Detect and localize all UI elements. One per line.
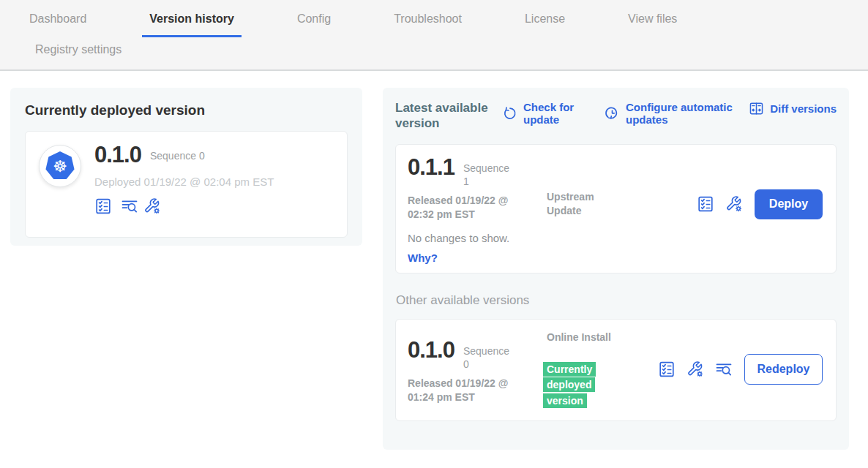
view-config-icon[interactable]: [725, 195, 743, 213]
refresh-icon: [502, 106, 517, 121]
latest-available-panel: Latest available version Check for updat…: [383, 88, 849, 450]
tab-dashboard[interactable]: Dashboard: [22, 12, 94, 37]
latest-released-timestamp: Released 01/19/22 @ 02:32 pm EST: [408, 194, 526, 222]
tab-version-history[interactable]: Version history: [142, 12, 242, 37]
diff-versions-link[interactable]: Diff versions: [749, 101, 837, 116]
preflight-checklist-icon[interactable]: [658, 361, 676, 378]
deploy-button[interactable]: Deploy: [755, 189, 823, 219]
latest-version-actions: Deploy: [697, 189, 823, 219]
redeploy-button[interactable]: Redeploy: [744, 354, 823, 385]
app-nav: Dashboard Version history Config Trouble…: [0, 0, 868, 71]
other-sequence-label: Sequence 0: [463, 344, 512, 371]
other-version-number: 0.1.0: [408, 339, 454, 361]
svg-text:☸: ☸: [53, 157, 67, 176]
other-available-versions-title: Other available versions: [396, 293, 837, 308]
latest-version-source: Upstream Update: [547, 190, 614, 219]
currently-deployed-panel: Currently deployed version ☸ 0.1.0 Seque…: [10, 88, 362, 246]
tab-registry-settings[interactable]: Registry settings: [28, 43, 129, 64]
kubernetes-app-logo-icon: ☸: [39, 145, 81, 187]
deployed-timestamp: Deployed 01/19/22 @ 02:04 pm EST: [94, 176, 274, 188]
currently-deployed-badge: Currently deployed version: [543, 362, 605, 410]
latest-available-title: Latest available version: [395, 100, 502, 132]
no-changes-text: No changes to show.: [408, 232, 824, 244]
currently-deployed-title: Currently deployed version: [25, 102, 348, 118]
latest-version-card: 0.1.1 Sequence 1 Released 01/19/22 @ 02:…: [395, 144, 837, 273]
configure-automatic-updates-label: Configure automatic updates: [626, 101, 743, 127]
latest-version-number: 0.1.1: [408, 156, 454, 178]
tab-config[interactable]: Config: [290, 12, 338, 37]
version-history-page: Currently deployed version ☸ 0.1.0 Seque…: [0, 71, 868, 467]
nav-row-primary: Dashboard Version history Config Trouble…: [0, 0, 868, 37]
current-version-actions: [94, 197, 274, 215]
other-version-source: Online Install: [547, 331, 614, 345]
current-version-info: 0.1.0 Sequence 0 Deployed 01/19/22 @ 02:…: [94, 143, 274, 225]
view-config-icon[interactable]: [686, 361, 704, 378]
view-config-icon[interactable]: [143, 197, 161, 215]
nav-row-secondary: Registry settings: [0, 37, 868, 64]
check-for-update-label: Check for update: [523, 101, 585, 127]
current-version-card: ☸ 0.1.0 Sequence 0 Deployed 01/19/22 @ 0…: [25, 131, 348, 238]
diff-versions-label: Diff versions: [770, 102, 837, 115]
configure-automatic-updates-link[interactable]: Configure automatic updates: [605, 101, 743, 127]
preflight-checklist-icon[interactable]: [94, 197, 112, 215]
other-version-actions: Redeploy: [658, 354, 823, 385]
other-released-timestamp: Released 01/19/22 @ 01:24 pm EST: [408, 377, 526, 405]
current-sequence-label: Sequence 0: [150, 149, 205, 162]
check-for-update-link[interactable]: Check for update: [502, 101, 585, 127]
deploy-logs-icon[interactable]: [121, 197, 138, 215]
clock-refresh-icon: [605, 106, 620, 121]
tab-troubleshoot[interactable]: Troubleshoot: [386, 12, 469, 37]
latest-available-header: Latest available version Check for updat…: [395, 100, 837, 132]
deploy-logs-icon[interactable]: [715, 361, 733, 378]
tab-license[interactable]: License: [517, 12, 572, 37]
current-version-number: 0.1.0: [94, 143, 141, 166]
why-link[interactable]: Why?: [408, 252, 438, 264]
tab-view-files[interactable]: View files: [621, 12, 684, 37]
other-version-card: 0.1.0 Sequence 0 Released 01/19/22 @ 01:…: [395, 319, 837, 421]
latest-sequence-label: Sequence 1: [463, 162, 512, 188]
preflight-checklist-icon[interactable]: [697, 195, 714, 213]
diff-columns-icon: [749, 101, 764, 116]
